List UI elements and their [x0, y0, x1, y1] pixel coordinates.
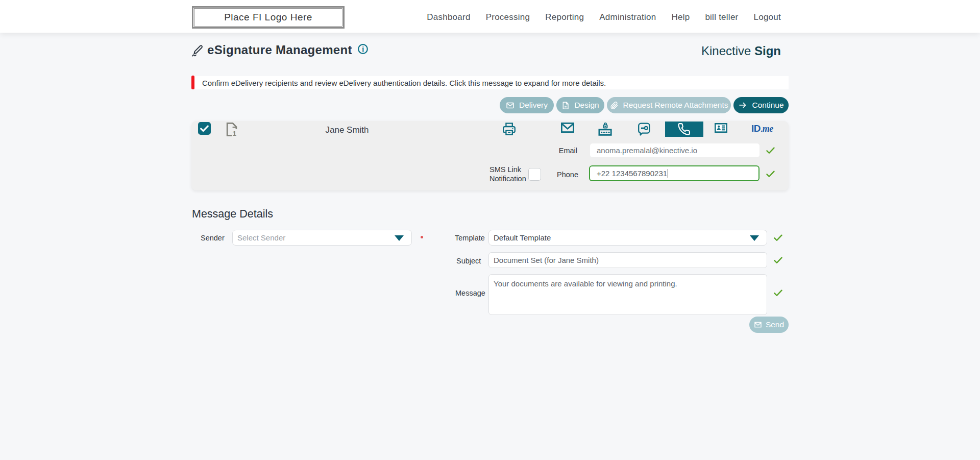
svg-text:1: 1: [233, 130, 237, 136]
svg-text:i: i: [362, 45, 364, 53]
